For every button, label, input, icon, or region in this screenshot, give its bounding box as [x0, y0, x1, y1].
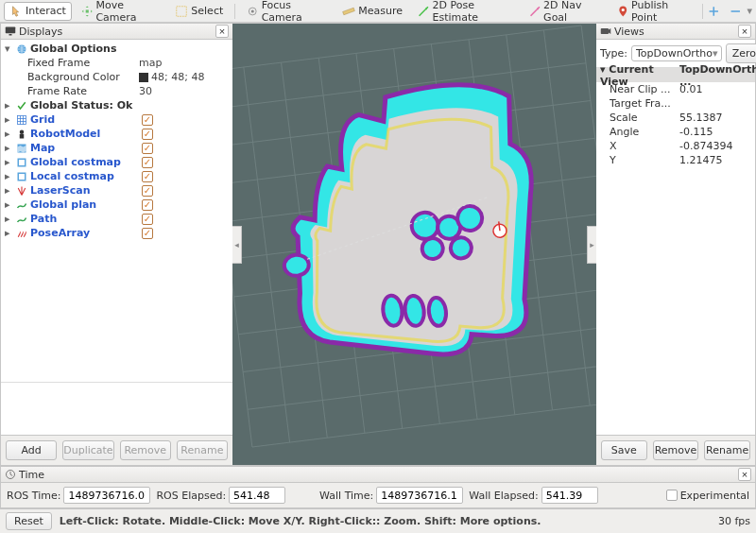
visibility-checkbox[interactable] [142, 143, 153, 154]
tree-row-fixed-frame[interactable]: Fixed Frame map [3, 56, 231, 70]
prop-row[interactable]: Y1.21475 [596, 153, 755, 167]
check-icon [16, 100, 27, 112]
expand-icon[interactable]: ▸ [5, 170, 13, 182]
wall-elapsed-input[interactable] [541, 487, 598, 504]
chevron-down-icon[interactable]: ▾ [747, 5, 752, 17]
remove-button[interactable]: Remove [120, 440, 171, 460]
time-title: Time [19, 469, 44, 481]
prop-row[interactable]: Scale55.1387 [596, 111, 755, 125]
move-camera-label: Move Camera [95, 0, 160, 24]
remove-button[interactable]: Remove [653, 440, 699, 460]
visibility-checkbox[interactable] [142, 114, 153, 126]
local-costmap-icon [16, 171, 27, 182]
minus-icon[interactable] [730, 5, 742, 18]
expand-icon[interactable]: ▸ [5, 184, 13, 197]
wall-time-label: Wall Time: [319, 490, 373, 502]
svg-point-20 [456, 205, 484, 232]
viewport-3d[interactable]: ◂ ▸ [232, 23, 596, 466]
close-icon[interactable]: × [215, 25, 229, 38]
experimental-checkbox[interactable] [666, 490, 678, 501]
expand-icon[interactable]: ▸ [5, 227, 13, 239]
visibility-checkbox[interactable] [142, 214, 153, 225]
visibility-checkbox[interactable] [142, 185, 153, 197]
displays-button-row: Add Duplicate Remove Rename [1, 435, 232, 465]
expand-icon[interactable]: ▸ [5, 128, 13, 140]
svg-rect-1 [177, 6, 187, 16]
view-type-select[interactable]: TopDownOrtho ▾ [631, 45, 722, 61]
duplicate-button[interactable]: Duplicate [62, 440, 113, 460]
svg-point-22 [450, 236, 473, 260]
svg-point-18 [410, 211, 439, 240]
views-properties[interactable]: ▾ Current View TopDownOrtho ... Near Cli… [596, 68, 755, 167]
interact-tool[interactable]: Interact [4, 2, 72, 21]
tree-row-global-costmap[interactable]: ▸Global costmap [3, 155, 231, 169]
global-plan-icon [16, 199, 27, 211]
prop-value: 55.1387 [679, 112, 755, 124]
tree-row-map[interactable]: ▸Map [3, 141, 231, 155]
bg-color-key: Background Color [27, 71, 136, 83]
svg-rect-16 [19, 174, 25, 180]
plus-icon[interactable] [708, 5, 720, 18]
rename-button[interactable]: Rename [704, 440, 750, 460]
tree-row-posearray[interactable]: ▸PoseArray [3, 226, 231, 240]
interact-icon [9, 5, 23, 18]
tree-row-global-status[interactable]: ▸ Global Status: Ok [3, 98, 231, 112]
tree-row-laserscan[interactable]: ▸LaserScan [3, 183, 231, 198]
prop-row[interactable]: Near Clip ...0.01 [596, 82, 755, 96]
type-label: Type: [600, 47, 627, 60]
visibility-checkbox[interactable] [142, 157, 153, 168]
current-view-row[interactable]: ▾ Current View TopDownOrtho ... [596, 68, 755, 82]
visibility-checkbox[interactable] [142, 171, 153, 182]
rename-button[interactable]: Rename [177, 440, 228, 460]
tree-row-global-plan[interactable]: ▸Global plan [3, 198, 231, 212]
close-icon[interactable]: × [738, 468, 751, 481]
prop-key: Y [596, 154, 679, 166]
expand-icon[interactable]: ▾ [5, 43, 13, 55]
ros-elapsed-input[interactable] [229, 487, 285, 504]
prop-row[interactable]: Target Fra... [596, 96, 755, 111]
prop-row[interactable]: X-0.874394 [596, 139, 755, 153]
tree-row-global-options[interactable]: ▾ Global Options [3, 42, 231, 56]
panel-expand-right[interactable]: ▸ [587, 226, 596, 264]
prop-value: -0.874394 [679, 140, 755, 152]
expand-icon[interactable]: ▸ [5, 156, 13, 168]
ros-time-input[interactable] [63, 487, 150, 504]
chevron-down-icon: ▾ [713, 47, 718, 60]
expand-icon[interactable]: ▸ [5, 213, 13, 225]
focus-camera-icon [247, 5, 258, 18]
displays-panel: Displays × ▾ Global Options Fixed Frame … [0, 23, 232, 466]
panel-expand-left[interactable]: ◂ [232, 226, 242, 264]
posearray-icon [16, 228, 27, 239]
visibility-checkbox[interactable] [142, 129, 153, 140]
tree-row-bg-color[interactable]: Background Color 48; 48; 48 [3, 70, 231, 84]
prop-row[interactable]: Angle-0.115 [596, 125, 755, 139]
tree-row-grid[interactable]: ▸Grid [3, 112, 231, 127]
tree-row-local-costmap[interactable]: ▸Local costmap [3, 169, 231, 183]
nav-goal-icon [529, 5, 541, 18]
tree-row-path[interactable]: ▸Path [3, 212, 231, 226]
expand-icon[interactable]: ▸ [5, 142, 13, 154]
prop-value: 0.01 [679, 83, 755, 95]
measure-tool[interactable]: Measure [336, 2, 408, 21]
displays-tree[interactable]: ▾ Global Options Fixed Frame map Backgro… [1, 40, 232, 382]
reset-button[interactable]: Reset [6, 512, 52, 530]
tree-row-frame-rate[interactable]: Frame Rate 30 [3, 84, 231, 98]
save-button[interactable]: Save [601, 440, 647, 460]
display-item-label: Grid [30, 113, 139, 126]
pose-estimate-icon [418, 5, 429, 18]
visibility-checkbox[interactable] [142, 228, 153, 239]
display-item-label: Local costmap [30, 170, 139, 182]
robotmodel-icon [16, 129, 27, 140]
wall-time-input[interactable] [376, 487, 463, 504]
tree-row-robotmodel[interactable]: ▸RobotModel [3, 127, 231, 141]
expand-icon[interactable]: ▸ [5, 99, 13, 112]
close-icon[interactable]: × [738, 25, 751, 38]
select-tool[interactable]: Select [169, 2, 229, 21]
expand-icon[interactable]: ▸ [5, 198, 13, 211]
time-body: ROS Time: ROS Elapsed: Wall Time: Wall E… [1, 483, 755, 507]
add-button[interactable]: Add [6, 440, 57, 460]
expand-icon[interactable]: ▸ [5, 113, 13, 126]
zero-button[interactable]: Zero [726, 43, 756, 63]
laserscan-icon [16, 185, 27, 197]
visibility-checkbox[interactable] [142, 199, 153, 211]
